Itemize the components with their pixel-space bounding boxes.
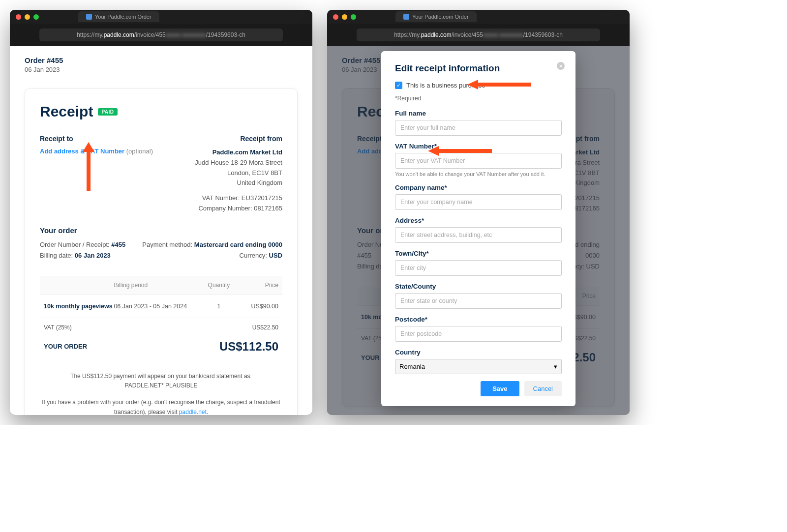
receipt-heading: Receipt: [40, 103, 93, 120]
cancel-button[interactable]: Cancel: [524, 381, 562, 396]
company-label: Company name*: [395, 184, 562, 191]
receipt-from-label: Receipt from: [195, 135, 282, 143]
statement-note: The US$112.50 payment will appear on you…: [40, 372, 282, 390]
country-select[interactable]: Romania ▾: [395, 359, 562, 374]
maximize-dot[interactable]: [33, 14, 39, 20]
vat-number: VAT Number: EU372017215: [195, 193, 282, 204]
titlebar: Your Paddle.com Order: [10, 10, 312, 24]
traffic-lights: [333, 14, 356, 20]
from-company: Paddle.com Market Ltd: [195, 148, 282, 158]
postcode-label: Postcode*: [395, 316, 562, 323]
company-number: Company Number: 08172165: [195, 204, 282, 214]
your-order-label: Your order: [40, 226, 282, 235]
receipt-window: Your Paddle.com Order https://my.paddle.…: [10, 10, 312, 415]
chevron-down-icon: ▾: [554, 363, 557, 370]
city-label: Town/City*: [395, 250, 562, 257]
add-address-link[interactable]: Add address & VAT Number: [40, 148, 124, 155]
grand-total: YOUR ORDER US$112.50: [40, 337, 282, 364]
from-addr2: London, EC1V 8BT: [195, 168, 282, 178]
tab-title: Your Paddle.com Order: [95, 14, 151, 20]
page-content: Order #455 06 Jan 2023 Receipt Receipt t…: [327, 46, 630, 415]
optional-text: (optional): [126, 148, 153, 155]
save-button[interactable]: Save: [481, 381, 519, 396]
state-label: State/County: [395, 283, 562, 290]
table-header: Billing period Quantity Price: [40, 276, 282, 295]
business-label: This is a business purchase: [406, 82, 485, 89]
order-number: Order #455: [25, 56, 298, 64]
paddle-net-link[interactable]: paddle.net: [179, 409, 207, 415]
problem-note: If you have a problem with your order (e…: [40, 398, 282, 415]
traffic-lights: [16, 14, 39, 20]
country-label: Country: [395, 349, 562, 356]
edit-modal: Edit receipt information ✕ ✓ This is a b…: [381, 51, 575, 406]
url-input[interactable]: https://my.paddle.com/invoice/455xxxxx-x…: [39, 29, 283, 41]
modal-title: Edit receipt information: [395, 63, 562, 74]
business-checkbox[interactable]: ✓: [395, 82, 402, 89]
state-input[interactable]: [395, 293, 562, 309]
vat-input[interactable]: [395, 153, 562, 169]
receipt-card: Receipt PAID Receipt to Add address & VA…: [25, 88, 298, 415]
minimize-dot[interactable]: [342, 14, 347, 20]
table-row: 10k monthly pageviews 06 Jan 2023 - 05 J…: [40, 295, 282, 318]
fullname-input[interactable]: [395, 120, 562, 136]
order-date: 06 Jan 2023: [25, 66, 298, 73]
from-addr3: United Kingdom: [195, 178, 282, 188]
paid-badge: PAID: [98, 108, 117, 116]
from-addr1: Judd House 18-29 Mora Street: [195, 158, 282, 168]
vat-hint: You won't be able to change your VAT Num…: [395, 171, 562, 177]
close-icon[interactable]: ✕: [557, 62, 565, 70]
page-content: Order #455 06 Jan 2023 Receipt PAID Rece…: [10, 46, 312, 415]
favicon: [403, 14, 409, 20]
address-label: Address*: [395, 217, 562, 224]
vat-label: VAT Number*: [395, 143, 562, 150]
url-bar: https://my.paddle.com/invoice/455xxxxx-x…: [327, 24, 630, 46]
titlebar: Your Paddle.com Order: [327, 10, 630, 24]
vat-row: VAT (25%) US$22.50: [40, 318, 282, 337]
url-input[interactable]: https://my.paddle.com/invoice/455xxxxx-x…: [357, 29, 600, 41]
city-input[interactable]: [395, 260, 562, 276]
required-hint: *Required: [395, 95, 562, 102]
url-bar: https://my.paddle.com/invoice/455xxxxx-x…: [10, 24, 312, 46]
address-input[interactable]: [395, 227, 562, 243]
fullname-label: Full name: [395, 110, 562, 117]
browser-tab[interactable]: Your Paddle.com Order: [78, 11, 159, 22]
receipt-to-label: Receipt to: [40, 135, 153, 143]
browser-tab[interactable]: Your Paddle.com Order: [395, 11, 477, 22]
minimize-dot[interactable]: [25, 14, 30, 20]
close-dot[interactable]: [16, 14, 21, 20]
maximize-dot[interactable]: [351, 14, 356, 20]
tab-title: Your Paddle.com Order: [412, 14, 469, 20]
favicon: [86, 14, 92, 20]
close-dot[interactable]: [333, 14, 338, 20]
postcode-input[interactable]: [395, 326, 562, 342]
edit-window: Your Paddle.com Order https://my.paddle.…: [327, 10, 630, 415]
company-input[interactable]: [395, 194, 562, 210]
